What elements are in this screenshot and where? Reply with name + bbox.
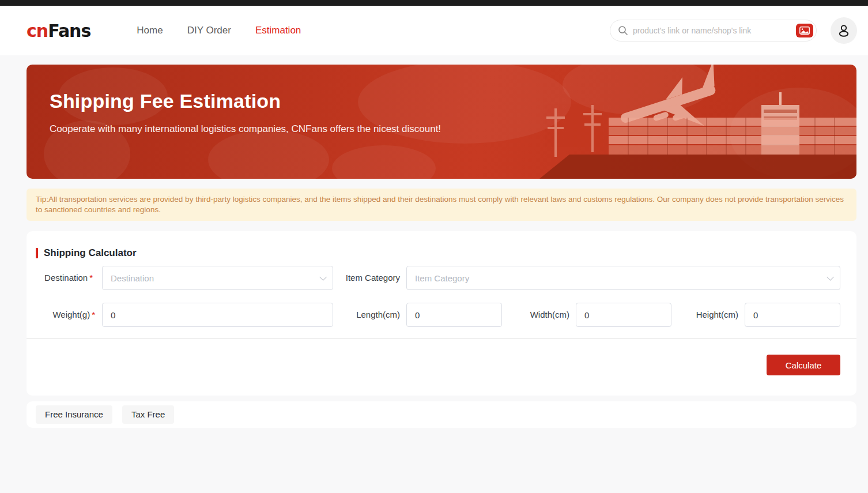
cargo-ship-icon	[539, 92, 856, 179]
destination-placeholder: Destination	[111, 273, 319, 283]
logo-part-cn: cn	[27, 21, 48, 41]
calculator-title: Shipping Calculator	[44, 247, 137, 259]
width-label: Width(cm)	[511, 303, 569, 327]
nav-item-diy-order[interactable]: DIY Order	[187, 25, 231, 36]
destination-select[interactable]: Destination	[102, 266, 333, 290]
top-black-bar	[0, 0, 868, 6]
weight-label: Weight(g)*	[27, 303, 95, 327]
page-subtitle: Cooperate with many international logist…	[50, 123, 441, 135]
width-input[interactable]	[576, 303, 671, 327]
tip-banner: Tip:All transportation services are prov…	[27, 189, 856, 221]
length-input[interactable]	[406, 303, 502, 327]
chevron-down-icon	[827, 273, 834, 281]
search-icon	[618, 25, 628, 36]
user-avatar-icon	[836, 23, 851, 38]
main-header: cnFans Home DIY Order Estimation	[0, 6, 868, 55]
nav-item-estimation[interactable]: Estimation	[255, 25, 301, 36]
required-mark: *	[92, 310, 95, 319]
red-accent-bar	[36, 248, 38, 258]
required-mark: *	[89, 273, 93, 283]
nav-item-home[interactable]: Home	[137, 25, 163, 36]
search-bar[interactable]	[610, 20, 817, 42]
tab-free-insurance[interactable]: Free Insurance	[36, 405, 112, 424]
card-divider	[27, 338, 856, 339]
calculator-title-row: Shipping Calculator	[36, 247, 137, 259]
main-nav: Home DIY Order Estimation	[137, 25, 301, 36]
tab-tax-free[interactable]: Tax Free	[122, 405, 174, 424]
destination-label: Destination*	[27, 266, 93, 290]
item-category-placeholder: Item Category	[415, 273, 827, 283]
benefits-tabs-card: Free Insurance Tax Free	[27, 401, 856, 428]
search-input[interactable]	[633, 26, 796, 35]
height-input[interactable]	[745, 303, 840, 327]
hero-banner: Shipping Fee Estimation Cooperate with m…	[27, 65, 856, 179]
shipping-calculator-card: Shipping Calculator Destination* Destina…	[27, 231, 856, 396]
banner-illustration	[522, 65, 856, 179]
calculate-button[interactable]: Calculate	[767, 355, 840, 375]
length-label: Length(cm)	[338, 303, 400, 327]
page-content: Shipping Fee Estimation Cooperate with m…	[0, 55, 868, 428]
image-search-button[interactable]	[796, 24, 813, 37]
logo-part-fans: Fans	[48, 21, 90, 41]
cnfans-logo[interactable]: cnFans	[27, 21, 90, 41]
item-category-select[interactable]: Item Category	[406, 266, 840, 290]
user-avatar-button[interactable]	[831, 17, 857, 44]
chevron-down-icon	[319, 273, 327, 281]
item-category-label: Item Category	[338, 266, 400, 290]
image-search-icon	[799, 27, 810, 35]
page-title: Shipping Fee Estimation	[50, 90, 281, 112]
weight-input[interactable]	[102, 303, 333, 327]
height-label: Height(cm)	[675, 303, 738, 327]
